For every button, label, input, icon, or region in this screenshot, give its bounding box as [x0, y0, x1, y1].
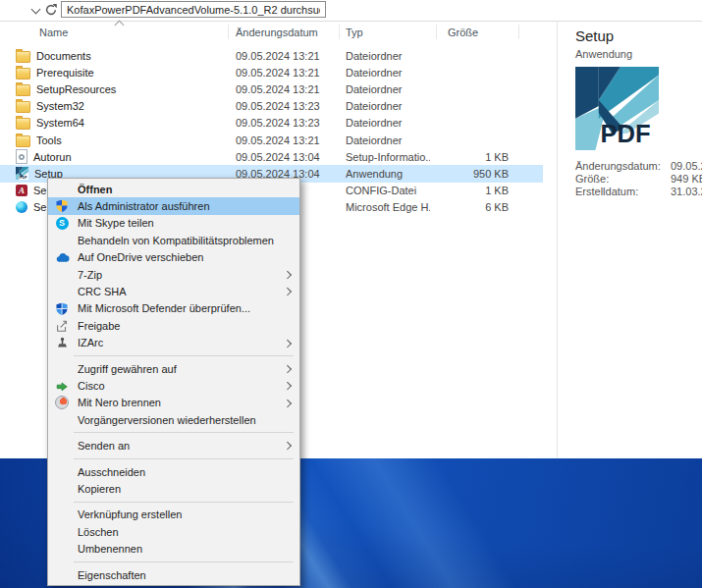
address-dropdown-chevron-icon[interactable] — [31, 5, 41, 15]
column-divider[interactable] — [228, 25, 229, 39]
menu-item-create-shortcut[interactable]: Verknüpfung erstellen — [48, 507, 299, 523]
file-row-setupresources[interactable]: SetupResources 09.05.2024 13:21 Dateiord… — [0, 80, 543, 97]
menu-item-share-skype[interactable]: Mit Skype teilen — [48, 215, 299, 232]
file-row-documents[interactable]: Documents 09.05.2024 13:21 Dateiordner — [0, 47, 543, 64]
column-header-date[interactable]: Änderungsdatum — [236, 27, 318, 38]
onedrive-cloud-icon — [53, 250, 71, 265]
file-row-system32[interactable]: System32 09.05.2024 13:23 Dateiordner — [0, 98, 543, 115]
setup-information-icon — [16, 149, 27, 164]
menu-item-give-access[interactable]: Zugriff gewähren auf — [48, 360, 299, 377]
file-type: Anwendung — [346, 168, 430, 180]
uac-shield-icon — [53, 198, 71, 213]
folder-icon — [16, 101, 30, 113]
detail-label: Erstelldatum: — [575, 186, 671, 198]
file-row-autorun[interactable]: Autorun 09.05.2024 13:04 Setup-Informati… — [0, 148, 543, 165]
menu-item-label: Cisco — [78, 380, 105, 392]
menu-item-crc-sha[interactable]: CRC SHA — [48, 283, 299, 299]
context-menu: Öffnen Als Administrator ausführen Mit S… — [47, 178, 300, 586]
submenu-arrow-icon — [283, 442, 291, 450]
menu-item-label: 7-Zip — [78, 269, 102, 281]
file-type: Setup-Informatio... — [346, 151, 430, 163]
submenu-arrow-icon — [283, 339, 291, 347]
search-input[interactable] — [61, 1, 326, 18]
menu-item-nero-burn[interactable]: Mit Nero brennen — [48, 395, 299, 411]
column-divider[interactable] — [518, 25, 519, 39]
detail-value: 09.05.202 — [671, 160, 702, 173]
file-type: Dateiordner — [346, 67, 430, 79]
column-header-name[interactable]: Name — [39, 27, 68, 38]
edge-icon — [16, 201, 27, 213]
menu-item-cut[interactable]: Ausschneiden — [48, 463, 299, 480]
menu-item-compatibility[interactable]: Behandeln von Kompatibilitätsproblemen — [48, 232, 299, 248]
menu-item-label: Verknüpfung erstellen — [78, 508, 182, 520]
column-divider[interactable] — [436, 25, 437, 39]
folder-icon — [16, 84, 30, 96]
refresh-icon[interactable] — [44, 3, 58, 17]
menu-separator — [74, 458, 294, 459]
file-type: Dateiordner — [346, 100, 430, 112]
menu-separator — [74, 561, 294, 562]
file-name: System64 — [36, 117, 84, 129]
menu-item-label: Ausschneiden — [78, 466, 145, 478]
menu-item-label: Zugriff gewähren auf — [78, 363, 177, 375]
file-name: Prerequisite — [36, 67, 94, 79]
detail-value: 31.03.202 — [671, 186, 702, 198]
svg-text:PDF: PDF — [20, 175, 27, 180]
column-divider[interactable] — [339, 25, 340, 39]
file-row-prerequisite[interactable]: Prerequisite 09.05.2024 13:21 Dateiordne… — [0, 64, 543, 80]
menu-item-send-to[interactable]: Senden an — [48, 437, 299, 454]
file-date: 09.05.2024 13:04 — [236, 151, 346, 163]
file-date: 09.05.2024 13:21 — [236, 67, 346, 79]
menu-item-label: Öffnen — [78, 184, 112, 195]
menu-item-label: CRC SHA — [78, 286, 127, 297]
preview-title: Setup — [575, 27, 702, 45]
file-type: Microsoft Edge H... — [346, 201, 430, 213]
menu-item-restore-previous-versions[interactable]: Vorgängerversionen wiederherstellen — [48, 411, 299, 428]
file-date: 09.05.2024 13:21 — [236, 50, 346, 62]
nero-icon — [53, 396, 71, 410]
menu-item-move-to-onedrive[interactable]: Auf OneDrive verschieben — [48, 249, 299, 266]
file-size: 6 KB — [430, 201, 509, 213]
menu-separator — [74, 502, 294, 503]
menu-item-label: Mit Skype teilen — [78, 217, 154, 229]
folder-icon — [16, 51, 30, 63]
menu-item-label: Behandeln von Kompatibilitätsproblemen — [78, 235, 274, 246]
menu-item-defender-scan[interactable]: Mit Microsoft Defender überprüfen... — [48, 300, 299, 317]
column-headers: Name Änderungsdatum Typ Größe — [0, 22, 557, 42]
file-size: 1 KB — [430, 185, 509, 196]
file-date: 09.05.2024 13:23 — [236, 100, 346, 112]
file-name: Autorun — [33, 151, 72, 163]
file-name: Se — [33, 201, 46, 213]
column-header-size[interactable]: Größe — [448, 27, 478, 38]
menu-item-copy[interactable]: Kopieren — [48, 480, 299, 497]
kofax-pdf-icon: PDF — [16, 167, 28, 180]
file-row-system64[interactable]: System64 09.05.2024 13:23 Dateiordner — [0, 115, 543, 132]
menu-item-label: Freigabe — [78, 320, 120, 332]
menu-item-properties[interactable]: Eigenschaften — [48, 566, 299, 583]
submenu-arrow-icon — [283, 271, 291, 279]
menu-item-label: Eigenschaften — [78, 569, 146, 581]
menu-item-7zip[interactable]: 7-Zip — [48, 266, 299, 283]
file-type: Dateiordner — [346, 83, 430, 95]
menu-item-label: IZArc — [78, 337, 103, 348]
menu-item-open[interactable]: Öffnen — [48, 181, 299, 197]
menu-separator — [74, 432, 294, 433]
file-name: Documents — [36, 50, 91, 62]
column-header-type[interactable]: Typ — [346, 27, 363, 38]
menu-item-delete[interactable]: Löschen — [48, 523, 299, 540]
detail-label: Änderungsdatum: — [575, 160, 671, 173]
menu-item-label: Senden an — [78, 440, 130, 452]
file-type: Dateiordner — [346, 117, 430, 129]
screen: Name Änderungsdatum Typ Größe Documents … — [0, 0, 702, 588]
preview-details: Änderungsdatum: 09.05.202 Größe: 949 KB … — [575, 160, 702, 199]
izarc-icon — [53, 336, 71, 350]
menu-item-rename[interactable]: Umbenennen — [48, 540, 299, 557]
menu-item-run-as-administrator[interactable]: Als Administrator ausführen — [48, 197, 299, 214]
menu-item-cisco[interactable]: Cisco — [48, 377, 299, 394]
file-row-tools[interactable]: Tools 09.05.2024 13:21 Dateiordner — [0, 132, 543, 148]
menu-item-izarc[interactable]: IZArc — [48, 335, 299, 351]
menu-item-share[interactable]: Freigabe — [48, 317, 299, 334]
folder-icon — [16, 135, 30, 147]
menu-separator — [74, 355, 294, 356]
svg-text:PDF: PDF — [601, 120, 651, 147]
